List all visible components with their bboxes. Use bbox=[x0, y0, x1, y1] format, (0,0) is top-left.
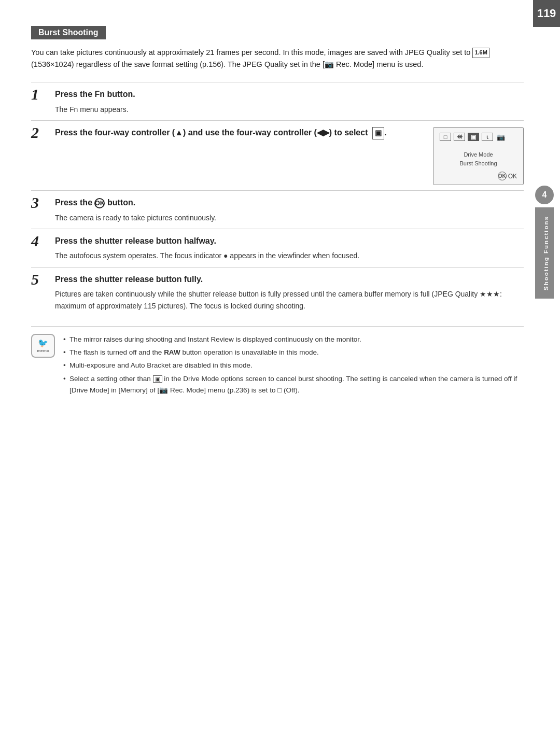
memo-bullets-list: The mirror raises during shooting and In… bbox=[63, 334, 524, 398]
step-1-title: Press the Fn button. bbox=[55, 89, 524, 100]
step-1-number: 1 bbox=[31, 87, 55, 102]
step-3-content: Press the OK button. The camera is ready… bbox=[55, 197, 524, 223]
memo-bullet-1: The mirror raises during shooting and In… bbox=[63, 334, 524, 345]
main-content: Burst Shooting You can take pictures con… bbox=[31, 26, 524, 710]
step-2-title: Press the four-way controller (▲) and us… bbox=[55, 127, 424, 139]
memo-bullet-4: Select a setting other than ▣ in the Dri… bbox=[63, 373, 524, 397]
step-5-body: Pictures are taken continuously while th… bbox=[55, 288, 524, 312]
step-5-number: 5 bbox=[31, 272, 55, 287]
ok-symbol: OK bbox=[94, 198, 105, 208]
step-5-title: Press the shutter release button fully. bbox=[55, 274, 524, 285]
memo-bird-icon: 🐦 bbox=[38, 338, 48, 348]
memo-label: memo bbox=[37, 348, 49, 353]
step-4-content: Press the shutter release button halfway… bbox=[55, 235, 524, 262]
step-3-body: The camera is ready to take pictures con… bbox=[55, 212, 524, 223]
chapter-label: Shooting Functions bbox=[535, 207, 554, 299]
step-1-body: The Fn menu appears. bbox=[55, 104, 524, 115]
sidebar-tab: 119 bbox=[533, 0, 560, 731]
icon-burst-selected: ▣ bbox=[468, 133, 479, 141]
step-3: 3 Press the OK button. The camera is rea… bbox=[31, 190, 524, 229]
step-4-body: The autofocus system operates. The focus… bbox=[55, 250, 524, 261]
step-2-inner: Press the four-way controller (▲) and us… bbox=[55, 127, 524, 185]
ok-circle-icon: OK bbox=[498, 172, 507, 180]
step-1: 1 Press the Fn button. The Fn menu appea… bbox=[31, 82, 524, 120]
camera-ok-row: OK OK bbox=[440, 172, 517, 180]
step-1-content: Press the Fn button. The Fn menu appears… bbox=[55, 89, 524, 115]
memo-bullet-3: Multi-exposure and Auto Bracket are disa… bbox=[63, 360, 524, 371]
step-2-number: 2 bbox=[31, 125, 55, 140]
icon-remote: 📷 bbox=[496, 133, 506, 141]
step-4-title: Press the shutter release button halfway… bbox=[55, 235, 524, 247]
page-number: 119 bbox=[533, 0, 560, 27]
icon-continuous: ⯬ bbox=[454, 133, 465, 141]
chapter-circle: 4 bbox=[535, 186, 554, 204]
icon-single: □ bbox=[440, 133, 451, 141]
page-container: 119 Burst Shooting You can take pictures… bbox=[0, 0, 560, 731]
section-header: Burst Shooting bbox=[31, 26, 106, 39]
step-2-content: Press the four-way controller (▲) and us… bbox=[55, 127, 524, 185]
icon-timer: ⍳ bbox=[482, 133, 493, 141]
camera-ui-box: □ ⯬ ▣ ⍳ 📷 Drive Mode Burst Shooting OK bbox=[433, 127, 524, 185]
step-3-title: Press the OK button. bbox=[55, 197, 524, 208]
memo-icon: 🐦 memo bbox=[31, 334, 55, 358]
step-3-number: 3 bbox=[31, 195, 55, 210]
step-2: 2 Press the four-way controller (▲) and … bbox=[31, 120, 524, 190]
resolution-badge: 1.6M bbox=[472, 48, 489, 58]
step-4-number: 4 bbox=[31, 233, 55, 249]
step-4: 4 Press the shutter release button halfw… bbox=[31, 229, 524, 267]
memo-bullet-2: The flash is turned off and the RAW butt… bbox=[63, 347, 524, 358]
drive-mode-label: Drive Mode Burst Shooting bbox=[440, 150, 517, 167]
camera-icons-row: □ ⯬ ▣ ⍳ 📷 bbox=[440, 133, 517, 141]
memo-section: 🐦 memo The mirror raises during shooting… bbox=[31, 326, 524, 398]
intro-paragraph: You can take pictures continuously at ap… bbox=[31, 47, 524, 71]
step-2-text: Press the four-way controller (▲) and us… bbox=[55, 127, 424, 143]
step-5: 5 Press the shutter release button fully… bbox=[31, 267, 524, 317]
step-5-content: Press the shutter release button fully. … bbox=[55, 274, 524, 312]
